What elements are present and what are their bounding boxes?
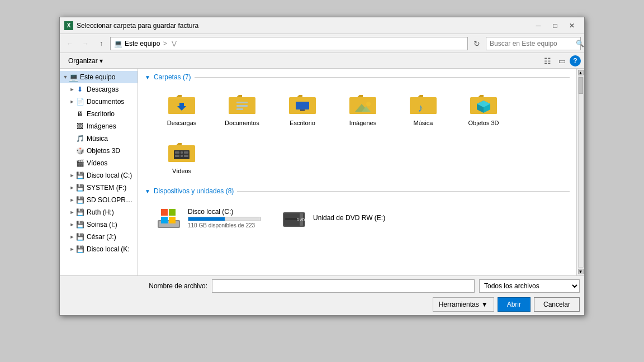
- sidebar-item-imagenes[interactable]: ▶ 🖼 Imágenes: [60, 120, 138, 132]
- drive-item-dvd[interactable]: DVD Unidad de DVD RW (E:): [277, 201, 400, 235]
- folders-section-header[interactable]: ▼ Carpetas (7): [145, 73, 570, 81]
- toolbar: Organizar ▾ ☷ ▭ ?: [60, 53, 584, 69]
- tools-chevron: ▼: [481, 301, 488, 308]
- svg-rect-41: [184, 155, 188, 157]
- sidebar-label-imagenes: Imágenes: [87, 122, 116, 130]
- sidebar-item-documentos[interactable]: ► 📄 Documentos: [60, 96, 138, 108]
- expand-icon-system-f: ►: [69, 184, 75, 191]
- svg-marker-34: [168, 143, 182, 145]
- forward-button[interactable]: →: [79, 37, 92, 50]
- open-button[interactable]: Abrir: [498, 297, 531, 312]
- videos-folder-icon: [168, 139, 195, 165]
- expand-icon-disco-c: ►: [69, 172, 75, 179]
- help-button[interactable]: ?: [570, 55, 581, 66]
- search-input[interactable]: [490, 40, 574, 47]
- imagenes-folder-icon: [349, 90, 376, 117]
- organize-button[interactable]: Organizar ▾: [63, 55, 108, 67]
- sidebar-label-escritorio: Escritorio: [87, 110, 115, 118]
- nav-bar: ← → ↑ 💻 Este equipo > ⋁ ↻ 🔍: [60, 34, 584, 53]
- sidebar-item-escritorio[interactable]: ▶ 🖥 Escritorio: [60, 108, 138, 120]
- sidebar-item-soinsa-i[interactable]: ► 💾 Soinsa (I:): [60, 218, 138, 231]
- devices-section-header[interactable]: ▼ Dispositivos y unidades (8): [145, 187, 570, 195]
- svg-rect-10: [236, 108, 243, 110]
- expand-icon-3d: ▶: [69, 147, 75, 154]
- address-bar[interactable]: 💻 Este equipo > ⋁: [110, 37, 468, 50]
- organize-label: Organizar: [68, 57, 98, 65]
- sidebar-label-cesar: César (J:): [87, 233, 116, 241]
- descargas-folder-icon: [168, 90, 195, 117]
- musica-folder-label: Música: [414, 120, 433, 126]
- minimize-button[interactable]: ─: [531, 21, 546, 31]
- sidebar-item-sd-solopro[interactable]: ► 💾 SD SOLOPRO (G:: [60, 194, 138, 206]
- scroll-track: [578, 77, 584, 268]
- cesar-icon: 💾: [75, 232, 84, 241]
- back-button[interactable]: ←: [63, 37, 77, 50]
- ruth-icon: 💾: [75, 208, 84, 217]
- svg-rect-9: [236, 105, 248, 107]
- drive-item-c[interactable]: Disco local (C:) 110 GB disponibles de 2…: [151, 201, 274, 235]
- objetos3d-icon: 🎲: [75, 146, 84, 155]
- close-button[interactable]: ✕: [564, 21, 580, 31]
- preview-pane-button[interactable]: ▭: [555, 54, 569, 68]
- sidebar-item-descargas[interactable]: ► ⬇ Descargas: [60, 83, 138, 96]
- drive-c-bar: [188, 217, 261, 221]
- filename-row: Nombre de archivo: Todos los archivos: [64, 279, 580, 293]
- sidebar-item-musica[interactable]: ▶ 🎵 Música: [60, 132, 138, 145]
- svg-rect-36: [175, 151, 179, 154]
- expand-icon-disco-k: ►: [69, 246, 75, 253]
- maximize-button[interactable]: □: [547, 21, 563, 31]
- folder-item-3d[interactable]: Objetos 3D: [456, 87, 512, 130]
- svg-marker-7: [229, 95, 242, 97]
- drive-c-info: Disco local (C:) 110 GB disponibles de 2…: [188, 208, 261, 228]
- sidebar-item-videos[interactable]: ▶ 🎬 Vídeos: [60, 157, 138, 169]
- svg-rect-15: [300, 109, 305, 111]
- view-buttons: ☷ ▭ ?: [541, 54, 581, 68]
- folder-item-musica[interactable]: ♪ Música: [395, 87, 451, 130]
- drive-dvd-info: Unidad de DVD RW (E:): [313, 214, 385, 222]
- folder-item-descargas[interactable]: Descargas: [154, 87, 210, 130]
- svg-marker-13: [289, 95, 302, 97]
- expand-icon-escritorio: ▶: [69, 111, 75, 117]
- breadcrumb-dropdown[interactable]: ⋁: [172, 40, 177, 47]
- folder-item-videos[interactable]: Vídeos: [154, 135, 210, 178]
- sidebar-item-ruth-h[interactable]: ► 💾 Ruth (H:): [60, 206, 138, 218]
- escritorio-folder-icon: [289, 90, 316, 117]
- filename-input[interactable]: [212, 279, 475, 293]
- drive-c-icon: [155, 204, 182, 231]
- expand-icon-documentos: ►: [69, 98, 75, 105]
- scroll-down[interactable]: ▼: [578, 269, 584, 274]
- svg-rect-40: [181, 155, 183, 157]
- up-button[interactable]: ↑: [94, 37, 108, 50]
- expand-icon-musica: ▶: [69, 135, 75, 142]
- sidebar-item-disco-k[interactable]: ► 💾 Disco local (K:: [60, 243, 138, 255]
- breadcrumb-sep: >: [161, 40, 167, 47]
- sidebar-label-soinsa: Soinsa (I:): [87, 221, 117, 228]
- sidebar-label-disco-c: Disco local (C:): [87, 172, 132, 179]
- folder-item-documentos[interactable]: Documentos: [214, 87, 270, 130]
- folder-item-imagenes[interactable]: Imágenes: [335, 87, 391, 130]
- filetype-select[interactable]: Todos los archivos: [479, 279, 580, 293]
- sidebar-label-musica: Música: [87, 135, 108, 142]
- sidebar-item-cesar-j[interactable]: ► 💾 César (J:): [60, 231, 138, 243]
- sidebar-label-documentos: Documentos: [87, 98, 124, 106]
- filename-label: Nombre de archivo:: [149, 282, 207, 290]
- cancel-button[interactable]: Cancelar: [534, 297, 580, 312]
- sd-icon: 💾: [75, 196, 84, 204]
- bottom-bar: Nombre de archivo: Todos los archivos He…: [60, 275, 584, 315]
- sidebar-label-este-equipo: Este equipo: [80, 73, 115, 81]
- scroll-thumb[interactable]: [579, 77, 583, 94]
- sidebar-item-system-f[interactable]: ► 💾 SYSTEM (F:): [60, 182, 138, 194]
- videos-icon: 🎬: [75, 159, 84, 168]
- svg-rect-14: [296, 102, 309, 109]
- tools-button[interactable]: Herramientas ▼: [433, 297, 494, 312]
- refresh-button[interactable]: ↻: [470, 37, 484, 50]
- svg-marker-24: [410, 95, 423, 97]
- svg-rect-23: [410, 99, 437, 114]
- view-options-button[interactable]: ☷: [541, 54, 554, 68]
- sidebar-item-objetos3d[interactable]: ▶ 🎲 Objetos 3D: [60, 145, 138, 157]
- sidebar-item-este-equipo[interactable]: ▼ 💻 Este equipo: [60, 71, 138, 83]
- sidebar-item-disco-c[interactable]: ► 💾 Disco local (C:): [60, 169, 138, 182]
- vertical-scrollbar[interactable]: ▲ ▼: [576, 69, 584, 275]
- folder-item-escritorio[interactable]: Escritorio: [274, 87, 330, 130]
- scroll-up[interactable]: ▲: [578, 70, 584, 75]
